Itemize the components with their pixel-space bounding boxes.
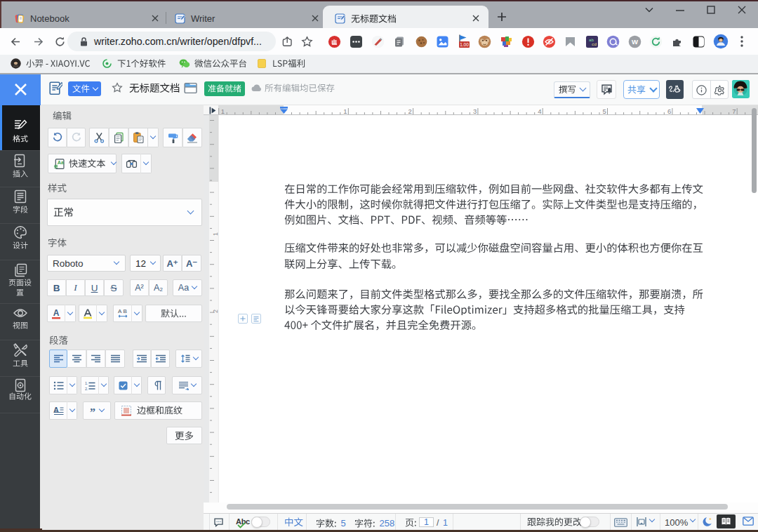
svg-text:2: 2 xyxy=(212,310,219,313)
svg-text:cd: cd xyxy=(592,42,597,47)
svg-text:3: 3 xyxy=(473,107,477,115)
svg-text:5: 5 xyxy=(603,107,606,115)
svg-text:1.00: 1.00 xyxy=(460,42,469,47)
svg-text:1.: 1. xyxy=(85,381,88,385)
svg-text:A: A xyxy=(118,308,122,314)
svg-text:A: A xyxy=(53,406,59,414)
svg-text:2.: 2. xyxy=(85,386,88,390)
svg-text:A: A xyxy=(53,308,60,318)
svg-text:6: 6 xyxy=(667,107,671,115)
svg-text:1: 1 xyxy=(343,107,347,115)
svg-text:2: 2 xyxy=(408,107,412,115)
svg-text:1: 1 xyxy=(221,107,225,115)
svg-text:7: 7 xyxy=(732,107,736,115)
svg-text:B: B xyxy=(123,308,126,314)
svg-text:1: 1 xyxy=(212,232,219,236)
svg-text:4: 4 xyxy=(538,107,541,115)
svg-text:W: W xyxy=(632,38,638,46)
svg-text:Aa: Aa xyxy=(58,159,65,166)
